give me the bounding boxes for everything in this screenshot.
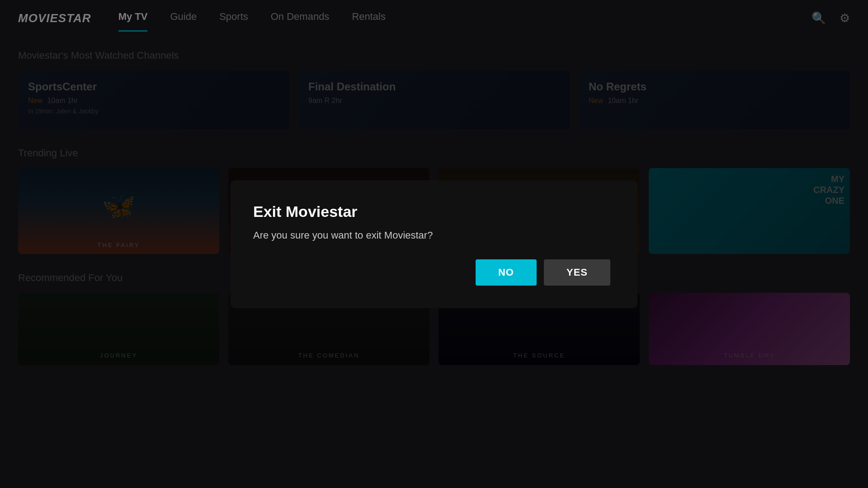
exit-dialog: Exit Moviestar Are you sure you want to … — [231, 180, 637, 308]
dialog-title: Exit Moviestar — [253, 203, 610, 221]
yes-button[interactable]: YES — [544, 259, 610, 286]
dialog-message: Are you sure you want to exit Moviestar? — [253, 230, 610, 241]
modal-overlay: Exit Moviestar Are you sure you want to … — [0, 0, 868, 488]
dialog-buttons: NO YES — [253, 259, 610, 286]
no-button[interactable]: NO — [476, 259, 537, 286]
